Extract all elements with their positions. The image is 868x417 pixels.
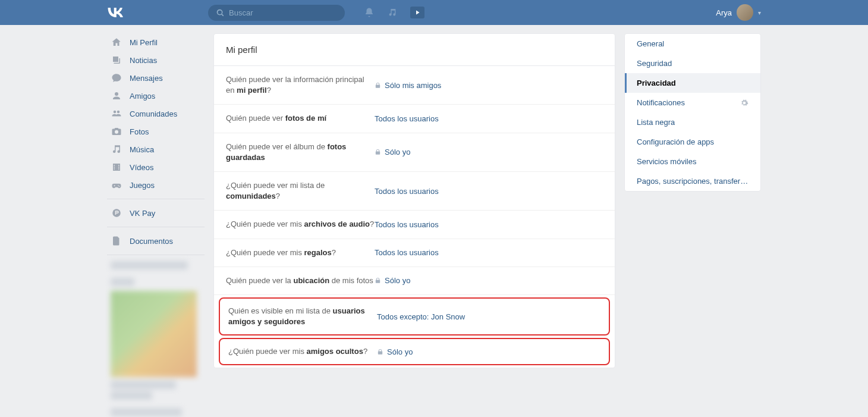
lock-icon xyxy=(375,149,381,155)
settings-tab[interactable]: Privacidad xyxy=(625,73,760,93)
privacy-setting-row: Quién puede ver la ubicación de mis foto… xyxy=(214,267,615,295)
setting-label: Quién puede ver el álbum de fotos guarda… xyxy=(226,142,375,163)
tab-label: Pagos, suscripciones, transferencias xyxy=(637,177,749,186)
nav-photo[interactable]: Fotos xyxy=(107,123,205,140)
top-header: Arya ▾ xyxy=(0,0,868,25)
nav-label: Documentos xyxy=(130,237,173,246)
friend-icon xyxy=(111,90,122,102)
setting-label: ¿Quién puede ver mis amigos ocultos? xyxy=(228,346,377,357)
highlighted-setting: Quién es visible en mi lista de usuarios… xyxy=(219,297,610,336)
settings-tab[interactable]: Lista negra xyxy=(625,112,760,132)
music-icon xyxy=(111,143,122,155)
nav-label: VK Pay xyxy=(130,209,155,218)
nav-home[interactable]: Mi Perfil xyxy=(107,33,205,51)
nav-news[interactable]: Noticias xyxy=(107,51,205,69)
nav-label: Comunidades xyxy=(130,109,177,118)
nav-label: Vídeos xyxy=(130,163,153,172)
news-icon xyxy=(111,54,122,66)
nav-label: Mi Perfil xyxy=(130,38,158,47)
search-input[interactable] xyxy=(229,8,336,17)
nav-video[interactable]: Vídeos xyxy=(107,158,205,176)
search-icon xyxy=(216,9,224,17)
setting-value[interactable]: Todos los usuarios xyxy=(375,220,439,229)
search-box[interactable] xyxy=(208,5,345,21)
tab-label: Privacidad xyxy=(637,79,676,87)
privacy-setting-row: Quién puede ver fotos de míTodos los usu… xyxy=(214,105,615,133)
setting-value[interactable]: Sólo mis amigos xyxy=(375,81,441,90)
main-panel: Mi perfil Quién puede ver la información… xyxy=(213,33,615,368)
tab-label: Servicios móviles xyxy=(637,157,696,166)
settings-tab[interactable]: Configuración de apps xyxy=(625,132,760,152)
nav-msg[interactable]: Mensajes xyxy=(107,69,205,87)
tab-label: Lista negra xyxy=(637,118,675,127)
setting-value[interactable]: Todos los usuarios xyxy=(375,248,439,257)
nav-label: Fotos xyxy=(130,127,149,136)
nav-label: Juegos xyxy=(130,181,155,190)
video-icon xyxy=(111,161,122,173)
right-sidebar: GeneralSeguridadPrivacidadNotificaciones… xyxy=(624,33,761,192)
gear-icon[interactable] xyxy=(740,99,749,107)
panel-title: Mi perfil xyxy=(214,34,615,66)
nav-friend[interactable]: Amigos xyxy=(107,87,205,105)
setting-label: ¿Quién puede ver mis archivos de audio? xyxy=(226,219,375,230)
nav-music[interactable]: Música xyxy=(107,140,205,158)
privacy-setting-row: ¿Quién puede ver mis archivos de audio?T… xyxy=(214,211,615,239)
settings-tab[interactable]: General xyxy=(625,34,760,54)
setting-value[interactable]: Todos excepto: Jon Snow xyxy=(377,312,465,321)
settings-tab[interactable]: Pagos, suscripciones, transferencias xyxy=(625,171,760,191)
setting-label: ¿Quién puede ver mis regalos? xyxy=(226,247,375,258)
avatar xyxy=(737,4,753,21)
tab-label: General xyxy=(637,39,664,48)
setting-value[interactable]: Sólo yo xyxy=(377,347,413,356)
setting-label: Quién puede ver fotos de mí xyxy=(226,113,375,124)
game-icon xyxy=(111,179,122,191)
settings-tab[interactable]: Servicios móviles xyxy=(625,152,760,171)
home-icon xyxy=(111,36,122,48)
setting-value[interactable]: Todos los usuarios xyxy=(375,187,439,196)
setting-label: Quién es visible en mi lista de usuarios… xyxy=(228,306,377,327)
tab-label: Configuración de apps xyxy=(637,137,714,146)
music-icon[interactable] xyxy=(388,8,397,17)
user-menu[interactable]: Arya ▾ xyxy=(716,4,761,21)
tab-label: Notificaciones xyxy=(637,98,685,107)
setting-value[interactable]: Sólo yo xyxy=(375,148,410,156)
nav-label: Noticias xyxy=(130,56,157,65)
settings-tab[interactable]: Notificaciones xyxy=(625,93,760,112)
privacy-setting-row: ¿Quién puede ver mi lista de comunidades… xyxy=(214,172,615,211)
blurred-content xyxy=(107,261,205,416)
lock-icon xyxy=(375,277,381,284)
chevron-down-icon: ▾ xyxy=(758,10,761,16)
highlighted-setting: ¿Quién puede ver mis amigos ocultos?Sólo… xyxy=(219,338,610,365)
nav-group[interactable]: Comunidades xyxy=(107,105,205,123)
group-icon xyxy=(111,108,122,120)
privacy-setting-row: ¿Quién puede ver mis amigos ocultos?Sólo… xyxy=(220,339,609,364)
pay-icon xyxy=(111,207,122,219)
setting-value[interactable]: Todos los usuarios xyxy=(375,114,439,123)
msg-icon xyxy=(111,72,122,84)
left-sidebar: Mi PerfilNoticiasMensajesAmigosComunidad… xyxy=(107,33,205,417)
setting-label: Quién puede ver la ubicación de mis foto… xyxy=(226,275,375,286)
nav-game[interactable]: Juegos xyxy=(107,176,205,194)
vk-logo[interactable] xyxy=(107,8,208,17)
nav-label: Música xyxy=(130,145,154,154)
nav-vkpay[interactable]: VK Pay xyxy=(107,204,205,222)
username-label: Arya xyxy=(716,8,732,17)
settings-tab[interactable]: Seguridad xyxy=(625,54,760,73)
lock-icon xyxy=(375,82,381,89)
doc-icon xyxy=(111,235,122,247)
setting-label: ¿Quién puede ver mi lista de comunidades… xyxy=(226,180,375,202)
privacy-setting-row: ¿Quién puede ver mis regalos?Todos los u… xyxy=(214,239,615,267)
nav-documents[interactable]: Documentos xyxy=(107,232,205,250)
nav-label: Mensajes xyxy=(130,74,163,83)
photo-icon xyxy=(111,126,122,137)
privacy-setting-row: Quién es visible en mi lista de usuarios… xyxy=(220,299,609,334)
video-icon[interactable] xyxy=(410,7,424,18)
nav-label: Amigos xyxy=(130,92,155,101)
privacy-setting-row: Quién puede ver la información principal… xyxy=(214,66,615,105)
bell-icon[interactable] xyxy=(364,7,375,18)
tab-label: Seguridad xyxy=(637,59,672,68)
privacy-setting-row: Quién puede ver el álbum de fotos guarda… xyxy=(214,133,615,172)
setting-value[interactable]: Sólo yo xyxy=(375,276,410,285)
lock-icon xyxy=(377,349,383,355)
setting-label: Quién puede ver la información principal… xyxy=(226,74,375,96)
